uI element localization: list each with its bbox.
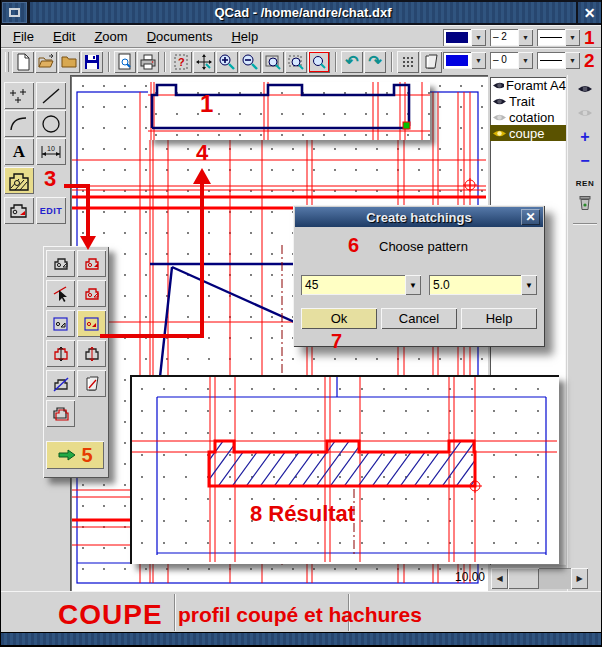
print-preview-button[interactable] [114, 51, 136, 73]
annotation-step-4: 4 [196, 142, 208, 164]
horizontal-scrollbar[interactable]: ◀ ▶ [491, 568, 588, 589]
hatch-tool-button[interactable] [4, 167, 34, 194]
zoom-window-button[interactable] [262, 51, 284, 73]
scroll-right-button[interactable]: ▶ [571, 568, 588, 589]
zoom-auto-button[interactable] [285, 51, 307, 73]
chevron-down-icon[interactable]: ▼ [405, 275, 421, 295]
layer-row-trait[interactable]: Trait [490, 93, 566, 109]
arc-tool-button[interactable] [4, 110, 34, 137]
printer-icon [139, 53, 157, 71]
linestyle-combo-2[interactable]: ▼ [537, 52, 580, 69]
line-tool-button[interactable] [36, 82, 66, 109]
select-object-button[interactable] [46, 250, 75, 277]
grid-toggle-button[interactable] [397, 51, 419, 73]
select-layer-button[interactable] [77, 370, 106, 397]
pattern-combo[interactable]: 45 ▼ [301, 275, 421, 295]
points-tool-button[interactable] [4, 82, 34, 109]
scale-combo[interactable]: 5.0 ▼ [429, 275, 537, 295]
cancel-button[interactable]: Cancel [381, 308, 457, 329]
circle-tool-button[interactable] [36, 110, 66, 137]
pan-button[interactable] [193, 51, 215, 73]
select-double-icon [52, 405, 70, 423]
text-tool-button[interactable]: A [4, 138, 34, 165]
menu-edit[interactable]: Edit [53, 29, 75, 44]
select-intersected-button[interactable] [77, 340, 106, 367]
help-button[interactable]: Help [461, 308, 537, 329]
window-menu-button[interactable] [2, 2, 27, 23]
chevron-down-icon[interactable]: ▼ [518, 29, 533, 46]
eye-open-icon[interactable] [492, 128, 507, 139]
dialog-close-button[interactable]: ✕ [521, 209, 540, 225]
zoom-in-button[interactable] [216, 51, 238, 73]
dialog-title-bar[interactable]: Create hatchings ✕ [295, 207, 543, 227]
ok-button[interactable]: Ok [301, 308, 377, 329]
pages-toggle-button[interactable] [420, 51, 442, 73]
select-double-button[interactable] [46, 400, 75, 427]
chevron-down-icon[interactable]: ▼ [471, 52, 486, 69]
deselect-button[interactable] [46, 280, 75, 307]
chevron-down-icon[interactable]: ▼ [518, 52, 533, 69]
rename-layer-button[interactable]: REN [572, 173, 598, 193]
open-file-button[interactable] [35, 51, 57, 73]
add-layer-button[interactable]: + [572, 127, 598, 147]
trash-icon [578, 195, 592, 211]
import-button[interactable] [58, 51, 80, 73]
chevron-down-icon[interactable]: ▼ [471, 29, 486, 46]
menu-file[interactable]: File [13, 29, 34, 44]
zoom-out-button[interactable] [239, 51, 261, 73]
edit-mode-button[interactable]: EDIT [36, 197, 66, 224]
menu-documents[interactable]: Documents [147, 29, 213, 44]
dimension-icon: 10 [39, 142, 63, 162]
toolbar-separator [391, 52, 393, 72]
deselect-all-icon [52, 375, 70, 393]
width-combo-1[interactable]: – 2 ▼ [490, 29, 533, 46]
svg-text:?: ? [178, 56, 185, 68]
select-all-button[interactable] [77, 250, 106, 277]
chevron-down-icon[interactable]: ▼ [521, 275, 537, 295]
select-window-button[interactable] [46, 310, 75, 337]
redo-button[interactable]: ↷ [364, 51, 386, 73]
close-button[interactable]: ✕ [578, 2, 601, 23]
color-combo-2[interactable]: ▼ [443, 52, 486, 69]
layer-row-cotation[interactable]: cotation [490, 109, 566, 125]
print-preview-icon [116, 53, 134, 71]
save-button[interactable] [81, 51, 103, 73]
delete-layer-button[interactable] [572, 191, 598, 215]
menu-zoom[interactable]: Zoom [94, 29, 127, 44]
layer-row-coupe[interactable]: coupe [490, 125, 566, 141]
hide-layer-button[interactable] [572, 103, 598, 123]
title-bar[interactable]: QCad - /home/andre/chat.dxf [30, 2, 576, 23]
show-layer-button[interactable] [572, 79, 598, 99]
continue-button[interactable]: 5 [46, 441, 104, 469]
dimension-tool-button[interactable]: 10 [36, 138, 66, 165]
toolbar-handle[interactable] [5, 52, 9, 72]
scrollbar-track[interactable] [539, 568, 571, 589]
layer-name: cotation [509, 110, 555, 125]
new-file-button[interactable] [12, 51, 34, 73]
chevron-down-icon[interactable]: ▼ [565, 29, 580, 46]
layer-row-format[interactable]: Foramt A4 [490, 77, 566, 93]
linestyle-combo-1[interactable]: ▼ [537, 29, 580, 46]
print-button[interactable] [137, 51, 159, 73]
invert-selection-button[interactable] [46, 340, 75, 367]
zoom-out-icon [241, 53, 259, 71]
select-contour-button[interactable] [77, 280, 106, 307]
zoom-previous-button[interactable] [308, 51, 330, 73]
chevron-down-icon[interactable]: ▼ [565, 52, 580, 69]
eye-open-icon[interactable] [492, 80, 504, 91]
redraw-button[interactable]: ? [170, 51, 192, 73]
close-icon: ✕ [525, 210, 535, 224]
menu-help[interactable]: Help [231, 29, 258, 44]
eye-open-icon[interactable] [492, 96, 507, 107]
undo-button[interactable]: ↶ [341, 51, 363, 73]
color-combo-1[interactable]: ▼ [443, 29, 486, 46]
attributes-tool-button[interactable] [4, 197, 34, 224]
selection-popup-toolbar: 5 [43, 246, 109, 478]
eye-closed-icon[interactable] [492, 112, 507, 123]
deselect-all-button[interactable] [46, 370, 75, 397]
scroll-left-button[interactable]: ◀ [491, 568, 508, 589]
width-combo-2[interactable]: – 0 ▼ [490, 52, 533, 69]
scrollbar-thumb[interactable] [508, 568, 539, 589]
deselect-window-button[interactable] [77, 310, 106, 337]
remove-layer-button[interactable]: − [572, 151, 598, 171]
